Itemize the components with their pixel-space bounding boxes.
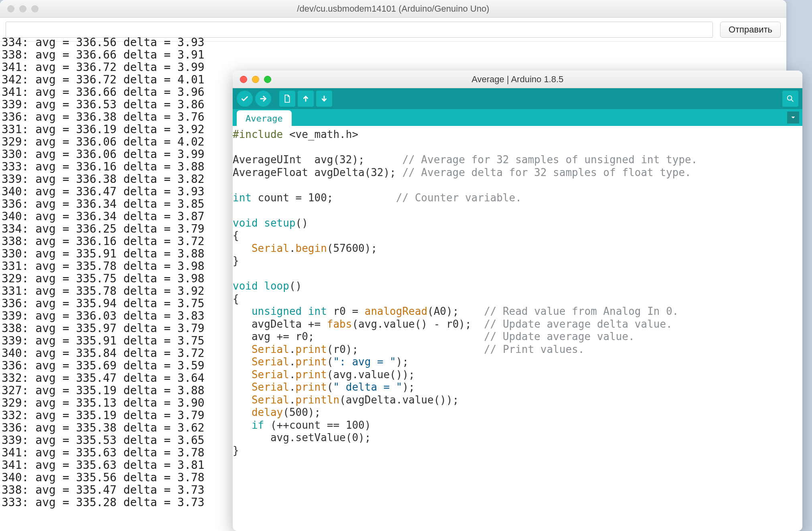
serial-titlebar: /dev/cu.usbmodem14101 (Arduino/Genuino U…: [0, 0, 786, 18]
new-button[interactable]: [279, 91, 295, 107]
serial-input[interactable]: [6, 22, 713, 38]
svg-point-0: [788, 96, 792, 100]
tab-average[interactable]: Average: [237, 110, 292, 126]
tab-menu-button[interactable]: [787, 111, 799, 124]
code-text: #include: [233, 128, 283, 140]
arrow-down-icon: [320, 94, 329, 103]
minimize-icon[interactable]: [252, 76, 259, 83]
ide-titlebar: Average | Arduino 1.8.5: [233, 71, 802, 88]
serial-traffic-lights: [0, 5, 39, 12]
serial-monitor-button[interactable]: [782, 91, 798, 107]
maximize-icon[interactable]: [264, 76, 271, 83]
send-button[interactable]: Отправить: [720, 22, 781, 38]
ide-traffic-lights: [233, 76, 271, 83]
magnifier-icon: [786, 94, 795, 103]
check-icon: [240, 94, 249, 103]
verify-button[interactable]: [237, 91, 253, 107]
close-icon[interactable]: [240, 76, 247, 83]
arrow-right-icon: [259, 94, 268, 103]
open-button[interactable]: [298, 91, 314, 107]
ide-toolbar: [233, 88, 802, 109]
save-button[interactable]: [316, 91, 332, 107]
ide-window-title: Average | Arduino 1.8.5: [233, 74, 802, 85]
arduino-ide-window: Average | Arduino 1.8.5 Average #include…: [233, 71, 802, 531]
arrow-up-icon: [301, 94, 310, 103]
close-icon[interactable]: [7, 5, 14, 12]
file-icon: [283, 94, 292, 103]
chevron-down-icon: [790, 115, 796, 120]
serial-window-title: /dev/cu.usbmodem14101 (Arduino/Genuino U…: [0, 4, 786, 14]
upload-button[interactable]: [255, 91, 271, 107]
ide-tabbar: Average: [233, 109, 802, 126]
code-editor[interactable]: #include <ve_math.h> AverageUInt avg(32)…: [233, 126, 802, 457]
maximize-icon[interactable]: [31, 5, 39, 12]
minimize-icon[interactable]: [19, 5, 26, 12]
